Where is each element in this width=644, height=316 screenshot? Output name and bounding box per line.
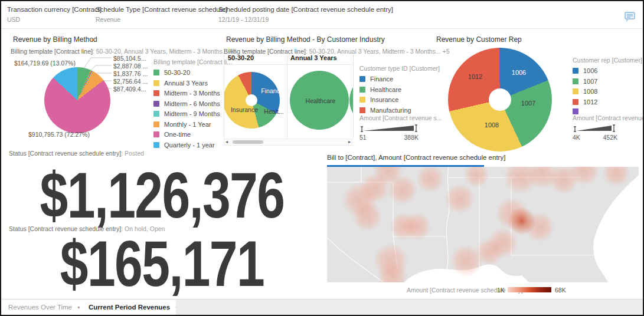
legend-swatch — [153, 142, 159, 148]
slice-label: 1012 — [468, 73, 482, 80]
tab-current-period-revenues[interactable]: Current Period Revenues ▼ — [81, 299, 176, 315]
filter-posting-date[interactable]: Scheduled posting date [Contract revenue… — [218, 6, 393, 23]
size-max: 388K — [404, 134, 419, 141]
chart3-title: Revenue by Customer Rep — [436, 35, 522, 44]
size-min: 51 — [359, 134, 367, 141]
legend-swatch — [573, 68, 578, 74]
kpi1-status: Status [Contract revenue schedule entry]… — [9, 150, 144, 157]
filter-transaction-currency[interactable]: Transaction currency [Contract] USD — [7, 6, 102, 23]
tab-bar-filler — [176, 299, 643, 315]
donut-hole — [489, 88, 511, 111]
pie-callout: $85,104.5... — [113, 55, 146, 62]
slice-label: 1007 — [521, 100, 535, 107]
comment-icon[interactable] — [623, 11, 636, 23]
slice-label: 1008 — [485, 121, 499, 129]
legend-item[interactable]: 1007 — [573, 78, 642, 85]
filter-schedule-type[interactable]: Schedule Type [Contract revenue schedule… — [96, 6, 227, 23]
legend-item[interactable]: Midterm - 3 Months — [153, 90, 232, 97]
legend-item[interactable]: Midterm - 9 Months — [153, 110, 232, 117]
kpi1-value: $1,126,376 — [37, 163, 287, 228]
size-max: 452K — [603, 134, 617, 141]
legend-title: Customer rep [Customer] — [573, 57, 642, 64]
legend-swatch — [573, 78, 578, 84]
size-ramp[interactable] — [359, 124, 419, 132]
legend-item[interactable]: Annual 3 Years — [153, 80, 232, 87]
size-legend: Amount [Contract revenue s... 51 388K — [359, 114, 419, 141]
column-header: 50-30-20 — [228, 54, 254, 64]
filter-value[interactable]: USD — [7, 16, 102, 23]
scroll-right-icon[interactable]: ▸ — [347, 139, 352, 145]
customer-type-legend: Customer type ID [Customer] Finance Heal… — [359, 65, 440, 117]
legend-swatch — [573, 99, 578, 105]
legend-swatch — [153, 101, 159, 107]
divider — [224, 64, 353, 65]
pie-callout: $87,409.4... — [113, 85, 146, 93]
legend-swatch — [153, 111, 159, 117]
chevron-down-icon[interactable]: ▼ — [77, 305, 80, 310]
legend-title: Billing template [Contract li... — [153, 58, 232, 65]
filter-label: Scheduled posting date [Contract revenue… — [218, 6, 393, 13]
legend-swatch — [153, 131, 159, 137]
legend-swatch — [359, 76, 365, 82]
map-legend-label: Amount [Contract revenue schedule entry] — [407, 287, 523, 294]
scrollbar-thumb[interactable] — [233, 140, 263, 144]
filter-label: Schedule Type [Contract revenue schedule… — [96, 6, 227, 13]
legend-swatch — [359, 97, 365, 103]
legend-swatch — [359, 87, 365, 93]
filter-value[interactable]: Revenue — [96, 16, 227, 23]
size-legend: Amount [Contract revenue s... 4K 452K — [573, 114, 617, 141]
legend-item[interactable]: Midterm - 6 Months — [153, 100, 232, 107]
legend-item[interactable]: Insurance — [359, 96, 440, 103]
chart1-title: Revenue by Billing Method — [13, 35, 97, 44]
pie-label-quarterly: $164,719.69 (13.07%) — [14, 60, 76, 67]
billing-method-pie[interactable] — [44, 67, 110, 133]
filter-value[interactable]: 12/1/19 - 12/31/19 — [218, 16, 393, 23]
legend-item[interactable]: One-time — [153, 131, 232, 138]
legend-item[interactable]: Manufacturing — [359, 107, 440, 114]
legend-item[interactable]: Quarterly - 1 year — [153, 141, 232, 149]
heat-map[interactable] — [327, 167, 639, 282]
legend-item[interactable]: 50-30-20 — [153, 69, 232, 76]
filter-bar: Transaction currency [Contract] USD Sche… — [1, 1, 643, 29]
size-min: 4K — [573, 134, 580, 141]
chart2-title: Revenue by Billing Method - By Customer … — [226, 35, 385, 44]
legend-item[interactable]: Healthcare — [359, 86, 440, 93]
horizontal-scrollbar[interactable]: ◂ ▸ — [224, 139, 352, 146]
size-legend-title: Amount [Contract revenue s... — [359, 114, 419, 121]
legend-swatch — [573, 88, 578, 94]
legend-swatch — [153, 90, 159, 96]
legend-item[interactable]: Monthly - 1 Year — [153, 121, 232, 128]
pie-label-onetime: $910,795.73 (72.27%) — [28, 131, 90, 138]
legend-swatch — [153, 70, 159, 75]
scrollbar-track[interactable] — [229, 139, 347, 145]
scroll-left-icon[interactable]: ◂ — [224, 139, 229, 145]
column-header: Annual 3 Years — [290, 54, 337, 64]
legend-item[interactable]: Finance — [359, 75, 440, 83]
map-color-gradient — [508, 287, 551, 292]
legend-title: Customer type ID [Customer] — [359, 65, 440, 72]
legend-item[interactable]: 1006 — [573, 67, 642, 74]
legend-swatch — [359, 107, 365, 113]
chart1-subtitle: Billing template [Contract line]: 50-30-… — [11, 48, 237, 55]
map-title: Bill to [Contract], Amount [Contract rev… — [327, 154, 505, 161]
slice-label: 1006 — [512, 69, 526, 76]
legend-item[interactable] — [573, 108, 642, 114]
map-legend-max: 68K — [555, 287, 566, 294]
billing-template-legend: Billing template [Contract li... 50-30-2… — [153, 58, 232, 152]
tab-bar: Revenues Over Time ▼ Current Period Reve… — [1, 299, 643, 315]
tab-revenues-over-time[interactable]: Revenues Over Time ▼ — [1, 299, 81, 315]
pie-callout: $2,756.64 ... — [113, 78, 148, 85]
filter-label: Transaction currency [Contract] — [7, 6, 102, 13]
legend-swatch — [153, 121, 159, 127]
dashboard: Transaction currency [Contract] USD Sche… — [0, 0, 644, 316]
size-ramp[interactable] — [573, 124, 617, 132]
legend-item[interactable]: 1008 — [573, 88, 642, 95]
small-multiples-panel: 50-30-20 Annual 3 Years Finance Healt...… — [224, 54, 354, 138]
legend-swatch — [573, 108, 578, 114]
legend-item[interactable]: 1012 — [573, 98, 642, 106]
industry-pie-partial[interactable] — [349, 77, 354, 124]
legend-swatch — [153, 80, 159, 86]
slice-label: Healthcare — [306, 97, 336, 104]
map-legend-min: 1K — [497, 287, 505, 294]
slice-label: Insurance — [231, 106, 258, 113]
